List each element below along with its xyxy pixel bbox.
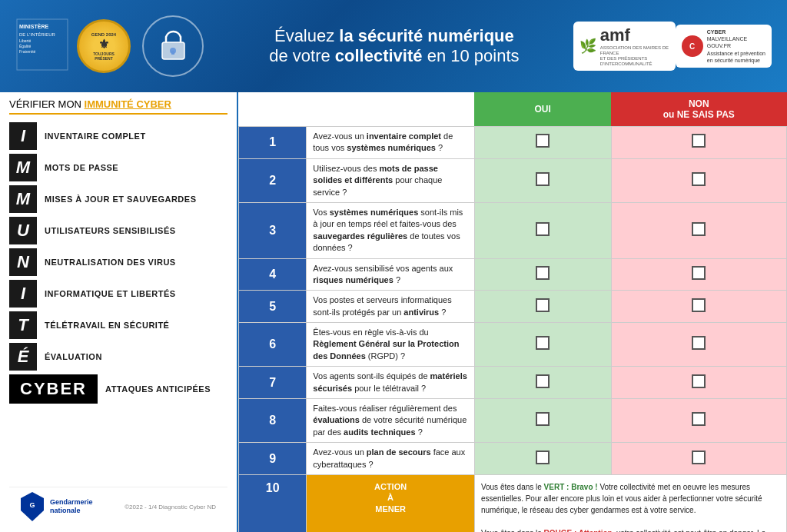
table-row: 5 Vos postes et serveurs informatiques s… [239,291,787,323]
svg-text:MINISTÈRE: MINISTÈRE [19,23,48,29]
check-box[interactable] [692,412,706,426]
cyber-m-text: CYBERMALVEILLANCEGOUV.FRAssistance et pr… [707,28,765,63]
row-question-2: Utilisez-vous des mots de passe solides … [307,158,475,202]
row-num-6: 6 [239,323,307,367]
checkbox-non-9[interactable] [611,443,786,475]
list-item: N NEUTRALISATION DES VIRUS [9,248,227,276]
gov-logo: MINISTÈRE DE L'INTÉRIEUR Liberté Égalité… [15,18,77,75]
gendarmerie-bottom: G Gendarmerienationale ©2022 - 1/4 Diagn… [9,487,227,526]
check-box[interactable] [692,451,706,464]
th-oui: OUI [474,92,611,127]
svg-rect-8 [171,51,174,55]
letter-N: N [9,248,37,276]
table-row: 6 Êtes-vous en règle vis-à-vis du Règlem… [239,323,787,367]
panel-title: VÉRIFIER MON IMMUNITÉ CYBER [9,98,227,115]
list-item: I INFORMATIQUE ET LIBERTÉS [9,280,227,308]
cyber-word: CYBER [9,374,98,404]
letter-E: É [9,343,37,371]
label-mises: MISES À JOUR ET SAUVEGARDES [45,195,196,204]
checkbox-oui-8[interactable] [474,399,611,443]
row-num-10: 10 [239,474,307,532]
checkbox-non-2[interactable] [611,158,786,202]
check-box[interactable] [692,374,706,388]
letter-M2: M [9,185,37,213]
row-num-1: 1 [239,127,307,159]
label-inventaire: INVENTAIRE COMPLET [45,131,146,141]
checkbox-non-7[interactable] [611,367,786,399]
th-non: NONou NE SAIS PAS [611,92,786,127]
checkbox-non-1[interactable] [611,127,786,159]
gendarmerie-text: Gendarmerienationale [50,498,93,515]
check-box[interactable] [536,374,550,388]
letter-M1: M [9,154,37,181]
check-box[interactable] [536,336,550,350]
list-item: É ÉVALUATION [9,343,227,371]
row-question-6: Êtes-vous en règle vis-à-vis du Règlemen… [307,323,475,367]
checkbox-non-4[interactable] [611,258,786,291]
checkbox-oui-2[interactable] [474,158,611,202]
row-question-8: Faites-vous réaliser régulièrement des é… [307,399,475,443]
checkbox-non-6[interactable] [611,323,786,367]
checkbox-oui-3[interactable] [474,202,611,258]
table-row: 1 Avez-vous un inventaire complet de tou… [239,127,787,159]
check-box[interactable] [692,134,706,148]
header: MINISTÈRE DE L'INTÉRIEUR Liberté Égalité… [0,0,787,92]
checkbox-oui-5[interactable] [474,291,611,323]
check-box[interactable] [692,266,706,280]
title-line2-prefix: de votre [269,46,335,65]
table-row: 3 Vos systèmes numériques sont-ils mis à… [239,202,787,258]
list-item: I INVENTAIRE COMPLET [9,122,227,150]
header-title: Évaluez la sécurité numérique de votre c… [215,26,573,66]
title-prefix: VÉRIFIER MON [9,98,85,110]
table-header: OUI NONou NE SAIS PAS [239,92,787,127]
letter-I: I [9,122,37,150]
checkbox-oui-1[interactable] [474,127,611,159]
row-question-7: Vos agents sont-ils équipés de matériels… [307,367,475,399]
table-row: 4 Avez-vous sensibilisé vos agents aux r… [239,258,787,291]
checkbox-oui-7[interactable] [474,367,611,399]
checkbox-non-3[interactable] [611,202,786,258]
check-box[interactable] [692,172,706,186]
action-text: Vous êtes dans le VERT : Bravo ! Votre c… [474,474,786,532]
check-box[interactable] [536,266,550,280]
check-box[interactable] [692,298,706,312]
row-question-5: Vos postes et serveurs informatiques son… [307,291,475,323]
list-item: U UTILISATEURS SENSIBILISÉS [9,217,227,244]
th-spacer [307,92,475,127]
amf-tree-icon: 🌿 [579,38,596,55]
list-item: T TÉLÉTRAVAIL EN SÉCURITÉ [9,311,227,339]
cyber-row: CYBER ATTAQUES ANTICIPÉES [9,374,227,404]
left-panel: VÉRIFIER MON IMMUNITÉ CYBER I INVENTAIRE… [0,92,238,532]
check-box[interactable] [536,451,550,464]
checkbox-non-8[interactable] [611,399,786,443]
title-line1-bold: la sécurité numérique [339,26,513,45]
right-panel: OUI NONou NE SAIS PAS 1 Avez-vous un inv… [238,92,787,532]
cyber-m-icon: C [682,35,703,57]
row-num-7: 7 [239,367,307,399]
check-box[interactable] [536,412,550,426]
check-box[interactable] [536,172,550,186]
table-row: 2 Utilisez-vous des mots de passe solide… [239,158,787,202]
title-line2-end: en 10 points [423,46,520,65]
svg-text:Fraternité: Fraternité [19,49,36,54]
check-box[interactable] [692,222,706,236]
row-num-8: 8 [239,399,307,443]
check-box[interactable] [692,336,706,350]
checklist-table: OUI NONou NE SAIS PAS 1 Avez-vous un inv… [238,92,787,532]
row-num-3: 3 [239,202,307,258]
check-box[interactable] [536,134,550,148]
svg-text:DE L'INTÉRIEUR: DE L'INTÉRIEUR [19,32,55,37]
label-neutralisation: NEUTRALISATION DES VIRUS [45,258,176,267]
row-question-4: Avez-vous sensibilisé vos agents aux ris… [307,258,475,291]
gendarmerie-badge: GEND 2024 ⚜ TOUJOURSPRÉSENT [77,19,131,73]
lock-icon [142,15,204,77]
row-question-1: Avez-vous un inventaire complet de tous … [307,127,475,159]
checkbox-oui-4[interactable] [474,258,611,291]
checkbox-oui-9[interactable] [474,443,611,475]
check-box[interactable] [536,298,550,312]
label-teletravail: TÉLÉTRAVAIL EN SÉCURITÉ [45,321,169,330]
check-box[interactable] [536,222,550,236]
svg-text:G: G [29,501,35,509]
checkbox-non-5[interactable] [611,291,786,323]
checkbox-oui-6[interactable] [474,323,611,367]
